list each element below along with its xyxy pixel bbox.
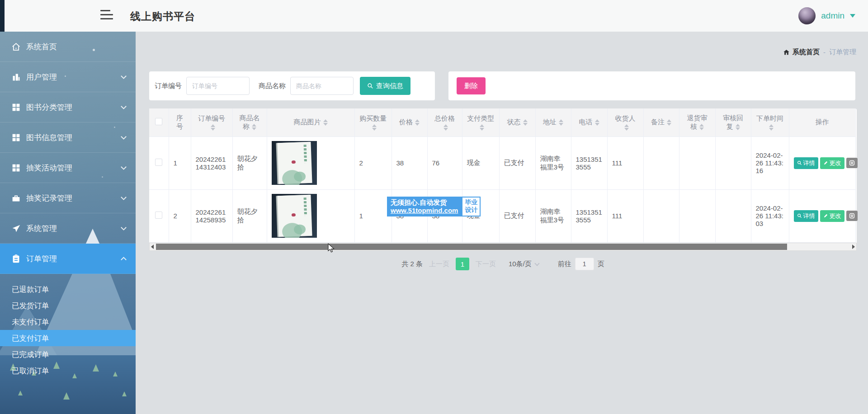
sidebar-item-home[interactable]: 系统首页 xyxy=(0,32,136,62)
chevron-down-icon xyxy=(121,104,127,109)
row-checkbox[interactable] xyxy=(155,159,162,166)
image-view-button[interactable] xyxy=(846,211,858,221)
detail-button[interactable]: 详情 xyxy=(794,157,818,169)
page-number-active[interactable]: 1 xyxy=(456,258,469,270)
image-view-button[interactable] xyxy=(846,158,858,168)
delete-button[interactable]: 删除 xyxy=(457,77,486,94)
update-button[interactable]: 更改 xyxy=(820,157,844,169)
sidebar-item-label: 抽奖活动管理 xyxy=(26,163,122,173)
rounded-square-circle-icon xyxy=(849,212,855,219)
cell-address: 湖南幸福里3号 xyxy=(535,136,571,189)
sort-icon[interactable] xyxy=(480,124,484,131)
search-icon xyxy=(367,83,373,89)
next-page-button[interactable]: 下一页 xyxy=(476,260,496,268)
search-button-label: 查询信息 xyxy=(376,82,403,90)
sidebar-item-book-info[interactable]: 图书信息管理 xyxy=(0,122,136,153)
sort-icon[interactable] xyxy=(559,119,563,126)
goto-unit-label: 页 xyxy=(598,260,604,268)
sidebar-item-orders[interactable]: 订单管理 xyxy=(0,244,136,274)
watermark-text: 无须担心.自动发货 www.51topmind.com xyxy=(387,197,462,216)
cell-qty: 2 xyxy=(354,136,392,189)
cell-product-image xyxy=(267,136,354,189)
table-row: 2 2024226114258935 朝花夕拾 1 38 38 现金 已支付 湖… xyxy=(149,189,855,242)
col-status: 状态 xyxy=(499,108,535,136)
table-header-row: 序号 订单编号 商品名称 商品图片 购买数量 价格 总价格 支付类型 状态 地址… xyxy=(149,108,855,136)
app-title: 线上购书平台 xyxy=(130,9,195,24)
delete-button-label: 删除 xyxy=(464,82,478,90)
sort-icon[interactable] xyxy=(523,119,528,126)
sort-icon[interactable] xyxy=(252,124,256,130)
page-size-value: 10条/页 xyxy=(509,260,532,268)
update-button[interactable]: 更改 xyxy=(820,210,844,222)
col-product: 商品名称 xyxy=(232,108,267,136)
sort-icon[interactable] xyxy=(667,119,671,126)
cell-product: 朝花夕拾 xyxy=(232,189,267,242)
breadcrumb-home[interactable]: 系统首页 xyxy=(793,48,820,56)
product-name-input[interactable] xyxy=(290,77,354,95)
row-checkbox[interactable] xyxy=(155,212,162,219)
hamburger-menu-icon[interactable] xyxy=(100,10,114,22)
goto-page-input[interactable] xyxy=(575,258,594,270)
detail-button[interactable]: 详情 xyxy=(794,210,818,222)
col-address: 地址 xyxy=(535,108,571,136)
sidebar-item-book-category[interactable]: 图书分类管理 xyxy=(0,92,136,122)
sort-icon[interactable] xyxy=(372,124,377,131)
product-image xyxy=(272,194,317,238)
sort-icon[interactable] xyxy=(595,119,599,126)
cell-price: 38 xyxy=(392,136,427,189)
cell-actions: 详情 更改 xyxy=(789,136,855,189)
corner-strip xyxy=(0,0,5,32)
col-index: 序号 xyxy=(169,108,191,136)
submenu-cancelled-orders[interactable]: 已取消订单 xyxy=(0,362,136,379)
grid-icon xyxy=(11,133,21,142)
user-caret-down-icon[interactable] xyxy=(850,14,855,18)
col-price: 价格 xyxy=(392,108,427,136)
avatar[interactable] xyxy=(798,7,816,24)
chevron-down-icon xyxy=(121,73,127,79)
watermark: 无须担心.自动发货 www.51topmind.com 毕业 设计 xyxy=(387,197,481,216)
order-no-input[interactable] xyxy=(186,77,250,95)
horizontal-scrollbar[interactable] xyxy=(149,243,857,251)
user-menu[interactable]: admin xyxy=(798,7,855,24)
scroll-right-arrow-icon[interactable] xyxy=(852,245,855,249)
sort-icon[interactable] xyxy=(699,124,704,130)
select-all-checkbox[interactable] xyxy=(155,118,162,125)
cell-status: 已支付 xyxy=(499,136,535,189)
scroll-left-arrow-icon[interactable] xyxy=(151,245,154,249)
scrollbar-thumb[interactable] xyxy=(156,244,787,250)
sort-icon[interactable] xyxy=(736,124,740,130)
page-size-select[interactable]: 10条/页 xyxy=(509,260,539,268)
grid-icon xyxy=(11,163,21,173)
prev-page-button[interactable]: 上一页 xyxy=(429,260,449,268)
sort-icon[interactable] xyxy=(624,124,629,131)
sidebar-item-label: 图书信息管理 xyxy=(26,132,122,143)
sort-icon[interactable] xyxy=(769,124,774,131)
chevron-down-icon xyxy=(121,225,127,231)
sidebar-item-system[interactable]: 系统管理 xyxy=(0,213,136,244)
sidebar-item-label: 订单管理 xyxy=(26,254,122,264)
cell-phone: 13513513555 xyxy=(571,189,607,242)
clipboard-icon xyxy=(11,254,21,263)
submenu-unpaid-orders[interactable]: 未支付订单 xyxy=(0,314,136,330)
sidebar-item-lottery-record[interactable]: 抽奖记录管理 xyxy=(0,183,136,213)
submenu-paid-orders[interactable]: 已支付订单 xyxy=(0,330,136,346)
delete-panel: 删除 xyxy=(448,71,855,100)
cell-order-time: 2024-02-26 11:43:16 xyxy=(751,136,789,189)
sidebar-item-lottery-activity[interactable]: 抽奖活动管理 xyxy=(0,153,136,183)
submenu-shipped-orders[interactable]: 已发货订单 xyxy=(0,297,136,314)
cell-receiver: 111 xyxy=(607,189,643,242)
sort-icon[interactable] xyxy=(323,119,328,126)
cell-product-image xyxy=(267,189,354,242)
search-button[interactable]: 查询信息 xyxy=(360,77,410,95)
sort-icon[interactable] xyxy=(415,119,420,126)
cell-index: 1 xyxy=(169,136,191,189)
submenu-completed-orders[interactable]: 已完成订单 xyxy=(0,346,136,362)
sidebar-item-users[interactable]: 用户管理 xyxy=(0,62,136,92)
username-label[interactable]: admin xyxy=(821,11,844,21)
grid-icon xyxy=(11,103,21,112)
chevron-down-icon xyxy=(534,261,539,266)
sort-icon[interactable] xyxy=(443,124,448,131)
submenu-refunded-orders[interactable]: 已退款订单 xyxy=(0,281,136,297)
briefcase-icon xyxy=(11,193,21,203)
sort-icon[interactable] xyxy=(211,124,215,131)
